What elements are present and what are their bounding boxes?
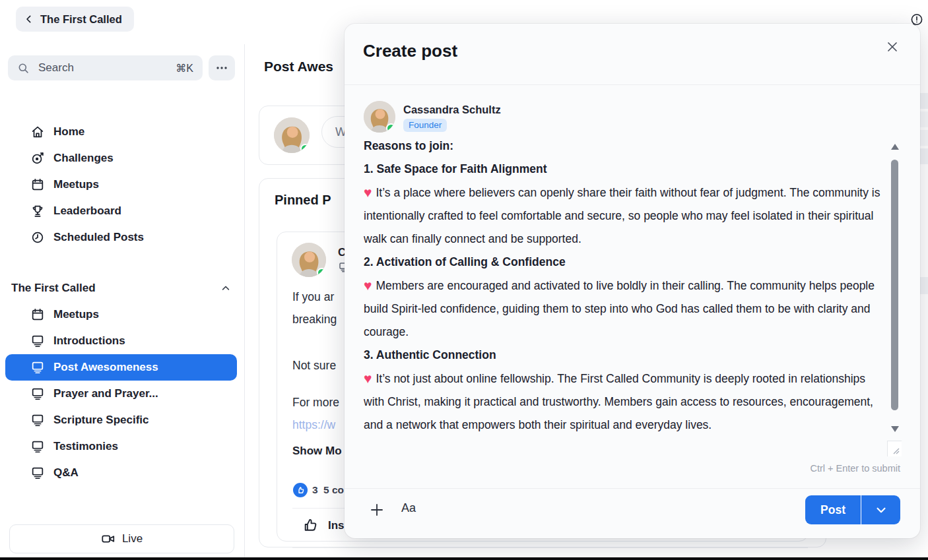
pink-heart-emoji: ♥: [364, 185, 372, 200]
plus-icon[interactable]: [370, 501, 387, 518]
pink-heart-emoji: ♥: [364, 278, 372, 293]
like-count[interactable]: 3: [312, 484, 318, 496]
resize-grip-icon[interactable]: [887, 441, 902, 456]
modal-header-divider: [345, 84, 920, 85]
editor-heading: 1. Safe Space for Faith Alignment: [364, 158, 886, 181]
search-shortcut: ⌘K: [176, 62, 193, 75]
sidebar: Search ⌘K Home Challenges Meetups: [0, 44, 245, 557]
live-button[interactable]: Live: [9, 524, 234, 553]
screen-icon: [30, 387, 45, 401]
modal-title: Create post: [363, 41, 457, 61]
pink-heart-emoji: ♥: [364, 371, 372, 386]
trophy-icon: [30, 204, 45, 218]
live-label: Live: [122, 532, 143, 545]
channel-item-label: Testimonies: [53, 440, 118, 453]
sidebar-more-button[interactable]: [209, 55, 235, 80]
scroll-down-arrow[interactable]: [888, 426, 902, 435]
channel-item-label: Q&A: [53, 466, 79, 480]
sidebar-item-label: Challenges: [53, 152, 114, 165]
post-text-line: Not sure: [292, 359, 336, 373]
post-text-line: breaking: [292, 313, 337, 327]
scroll-up-arrow[interactable]: [888, 144, 902, 153]
avatar[interactable]: [274, 117, 310, 153]
post-button[interactable]: Post: [805, 495, 861, 524]
sidebar-item-label: Scheduled Posts: [53, 231, 144, 244]
post-text-line: For more: [292, 396, 339, 410]
post-text-line: If you ar: [292, 290, 334, 304]
video-camera-icon: [101, 532, 116, 546]
submit-hint: Ctrl + Enter to submit: [810, 463, 900, 474]
primary-nav: Home Challenges Meetups Leaderboard Sche…: [5, 119, 237, 251]
calendar-icon: [30, 307, 45, 322]
founder-badge: Founder: [403, 119, 447, 132]
search-input[interactable]: Search ⌘K: [8, 55, 203, 80]
editor-heading: Reasons to join:: [364, 135, 886, 158]
back-label: The First Called: [40, 13, 122, 26]
post-options-button[interactable]: [861, 495, 900, 524]
channel-item-prayer[interactable]: Prayer and Prayer...: [5, 381, 237, 407]
search-placeholder: Search: [38, 61, 167, 75]
ellipsis-icon: [216, 66, 228, 70]
chevron-left-icon: [24, 14, 34, 24]
pinned-heading: Pinned P: [275, 193, 331, 208]
sidebar-item-challenges[interactable]: Challenges: [5, 145, 237, 171]
background-right-strip: [920, 86, 928, 560]
divider: [292, 547, 808, 548]
community-group-header[interactable]: The First Called: [11, 275, 231, 301]
channel-nav: Meetups Introductions Post Awesomeness P…: [5, 301, 237, 486]
action-label: Ins: [328, 519, 345, 532]
back-button[interactable]: The First Called: [16, 7, 134, 32]
editor-paragraph: ♥Members are encouraged and activated to…: [364, 274, 886, 344]
sidebar-item-leaderboard[interactable]: Leaderboard: [5, 198, 237, 224]
sidebar-item-home[interactable]: Home: [5, 119, 237, 145]
screen-icon: [30, 334, 45, 348]
channel-item-testimonies[interactable]: Testimonies: [5, 433, 237, 460]
channel-item-label: Scripture Specific: [53, 414, 149, 427]
channel-item-introductions[interactable]: Introductions: [5, 328, 237, 354]
editor-paragraph: ♥It’s a place where believers can openly…: [364, 181, 886, 251]
post-link[interactable]: https://w: [292, 418, 335, 432]
show-more-button[interactable]: Show Mo: [292, 445, 342, 458]
channel-item-post-awesomeness[interactable]: Post Awesomeness: [5, 354, 237, 381]
channel-item-label: Meetups: [53, 308, 99, 321]
online-dot: [386, 123, 395, 133]
sidebar-item-meetups[interactable]: Meetups: [5, 171, 237, 198]
home-icon: [30, 125, 45, 139]
avatar: [364, 101, 395, 133]
close-icon[interactable]: [886, 38, 903, 55]
editor-heading: 3. Authentic Connection: [364, 344, 886, 367]
search-icon: [17, 62, 30, 75]
like-count-badge: [293, 483, 308, 497]
group-title: The First Called: [11, 282, 96, 295]
comment-count[interactable]: 5 co: [323, 484, 344, 496]
post-editor[interactable]: Reasons to join: 1. Safe Space for Faith…: [364, 135, 886, 458]
channel-item-scripture-specific[interactable]: Scripture Specific: [5, 407, 237, 433]
author-name: Cassandra Schultz: [403, 104, 501, 116]
channel-item-meetups[interactable]: Meetups: [5, 301, 237, 328]
screen-icon: [30, 413, 45, 427]
channel-item-label: Prayer and Prayer...: [53, 387, 158, 400]
editor-paragraph: ♥It’s not just about online fellowship. …: [364, 367, 886, 437]
online-dot: [300, 144, 310, 153]
like-action-button[interactable]: Ins: [302, 517, 345, 534]
sidebar-item-label: Home: [53, 125, 84, 139]
channel-item-qa[interactable]: Q&A: [5, 460, 237, 486]
avatar[interactable]: [292, 243, 326, 277]
online-dot: [317, 268, 326, 277]
text-format-button[interactable]: Aa: [401, 501, 416, 515]
channel-item-label: Introductions: [53, 334, 125, 348]
create-post-modal: Create post Cassandra Schultz Founder Re…: [345, 24, 920, 538]
screen-bottom-bar: [0, 557, 928, 560]
sidebar-item-label: Leaderboard: [53, 204, 121, 218]
scrollbar-thumb[interactable]: [891, 160, 898, 410]
chevron-down-icon: [875, 503, 888, 516]
calendar-icon: [30, 177, 45, 192]
post-split-button: Post: [805, 495, 900, 524]
sidebar-item-label: Meetups: [53, 178, 99, 191]
screen-icon: [30, 439, 45, 454]
chevron-up-icon: [220, 283, 231, 294]
page-title: Post Awes: [264, 59, 333, 75]
editor-heading: 2. Activation of Calling & Confidence: [364, 251, 886, 274]
screen-icon: [30, 466, 45, 480]
sidebar-item-scheduled-posts[interactable]: Scheduled Posts: [5, 224, 237, 251]
